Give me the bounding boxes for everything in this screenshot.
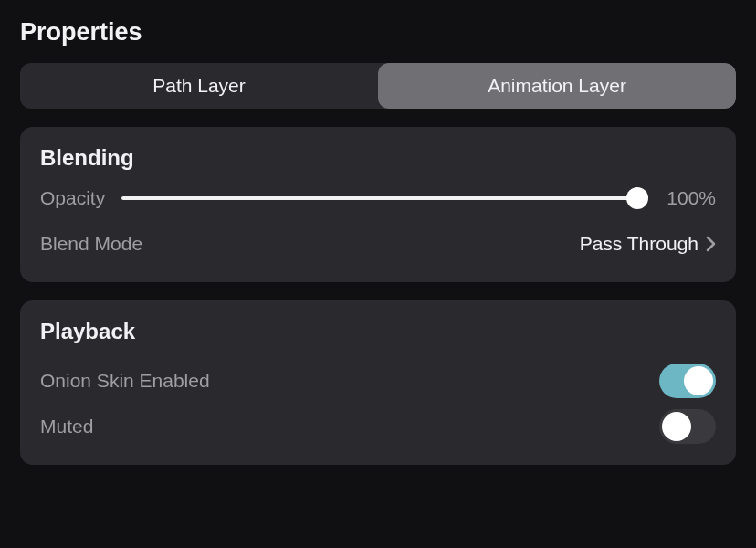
opacity-row: Opacity 100% [40, 187, 716, 209]
blending-section: Blending Opacity 100% Blend Mode Pass Th… [20, 127, 736, 282]
toggle-thumb [662, 412, 691, 441]
tab-animation-layer[interactable]: Animation Layer [378, 63, 736, 109]
opacity-slider[interactable] [121, 187, 646, 209]
blend-mode-value: Pass Through [580, 233, 698, 255]
section-title: Blending [40, 145, 716, 171]
muted-label: Muted [40, 416, 93, 437]
slider-track [121, 196, 646, 200]
opacity-label: Opacity [40, 187, 105, 209]
tab-label: Animation Layer [488, 75, 626, 97]
section-title: Playback [40, 319, 716, 344]
muted-row: Muted [40, 406, 716, 447]
blend-mode-value-wrap: Pass Through [580, 233, 716, 255]
onion-skin-label: Onion Skin Enabled [40, 370, 210, 392]
layer-tabs: Path Layer Animation Layer [20, 63, 736, 109]
properties-panel: Properties Path Layer Animation Layer Bl… [0, 0, 756, 501]
blend-mode-row[interactable]: Blend Mode Pass Through [40, 224, 716, 264]
chevron-right-icon [706, 236, 716, 252]
tab-path-layer[interactable]: Path Layer [20, 63, 378, 109]
toggle-thumb [684, 366, 713, 395]
onion-skin-row: Onion Skin Enabled [40, 361, 716, 401]
slider-thumb[interactable] [626, 187, 648, 209]
playback-section: Playback Onion Skin Enabled Muted [20, 300, 736, 465]
muted-toggle[interactable] [659, 409, 716, 444]
opacity-value: 100% [663, 187, 716, 209]
tab-label: Path Layer [152, 75, 246, 97]
panel-title: Properties [20, 18, 736, 47]
blend-mode-label: Blend Mode [40, 233, 142, 255]
onion-skin-toggle[interactable] [659, 364, 716, 398]
